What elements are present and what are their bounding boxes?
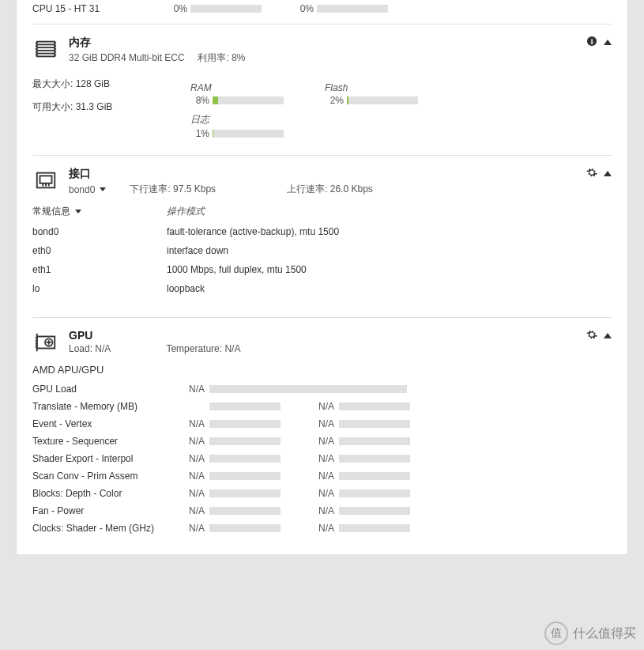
gpu-metric-bar xyxy=(209,455,281,463)
svg-rect-18 xyxy=(40,176,52,183)
gpu-metric-value: N/A xyxy=(183,470,209,482)
gear-icon[interactable] xyxy=(586,167,597,180)
flash-label: Flash xyxy=(325,82,459,93)
gpu-metric-value: N/A xyxy=(183,436,209,447)
gpu-row: Event - VertexN/AN/A xyxy=(32,415,612,433)
cpu-pct-right: 0% xyxy=(293,3,317,14)
iface-mode-header: 操作模式 xyxy=(167,205,205,218)
iface-mode: loopback xyxy=(167,283,205,294)
memory-icon xyxy=(32,36,59,62)
gpu-metric-bar xyxy=(339,437,410,445)
ethernet-icon xyxy=(32,167,59,194)
chevron-down-icon xyxy=(100,187,106,191)
gpu-metric-bar xyxy=(209,507,281,515)
chevron-down-icon xyxy=(75,210,81,214)
gpu-metric-bar xyxy=(209,489,281,497)
gpu-metric-label: Texture - Sequencer xyxy=(32,436,183,447)
gpu-metric-label: Clocks: Shader - Mem (GHz) xyxy=(32,523,183,534)
gpu-icon xyxy=(32,329,59,356)
memory-avail: 可用大小: 31.3 GiB xyxy=(32,96,190,119)
iface-mode: 1000 Mbps, full duplex, mtu 1500 xyxy=(167,264,307,275)
iface-general-dropdown[interactable]: 常规信息 xyxy=(32,205,167,218)
cpu-pct-left: 0% xyxy=(167,3,190,14)
gpu-metric-value: N/A xyxy=(312,418,339,429)
gpu-metric-label: Fan - Power xyxy=(32,505,183,516)
collapse-icon[interactable] xyxy=(604,333,612,338)
cpu-row: CPU 15 - HT 31 0% 0% xyxy=(32,0,612,24)
cpu-bar-right xyxy=(317,5,388,13)
iface-down-rate: 下行速率: 97.5 Kbps xyxy=(130,183,216,196)
log-pct: 1% xyxy=(190,128,213,139)
gpu-metric-value: N/A xyxy=(312,488,339,499)
info-icon[interactable]: i xyxy=(586,36,597,49)
iface-row: eth0interface down xyxy=(32,241,612,260)
gpu-metric-value: N/A xyxy=(183,418,209,429)
gpu-row: Scan Conv - Prim AssemN/AN/A xyxy=(32,467,612,485)
iface-select[interactable]: bond0 xyxy=(69,184,106,195)
gpu-metric-value: N/A xyxy=(183,488,209,499)
gpu-metric-bar xyxy=(339,472,410,480)
iface-name: eth1 xyxy=(32,264,167,275)
gpu-temp: Temperature: N/A xyxy=(166,343,240,354)
flash-pct: 2% xyxy=(325,95,347,106)
gpu-metric-value: N/A xyxy=(312,453,339,464)
log-bar xyxy=(213,130,284,138)
memory-title: 内存 xyxy=(69,36,245,50)
gpu-metric-value: N/A xyxy=(312,470,339,482)
iface-name: bond0 xyxy=(32,226,167,237)
gpu-metric-value: N/A xyxy=(183,523,209,534)
gpu-row: GPU LoadN/A xyxy=(32,380,612,398)
iface-name: eth0 xyxy=(32,245,167,256)
log-label: 日志 xyxy=(190,113,325,127)
gpu-row: Fan - PowerN/AN/A xyxy=(32,502,612,520)
gpu-metric-bar xyxy=(209,420,281,428)
iface-up-rate: 上行速率: 26.0 Kbps xyxy=(287,183,373,196)
gpu-metric-label: Scan Conv - Prim Assem xyxy=(32,470,183,482)
gpu-device: AMD APU/GPU xyxy=(32,364,612,380)
gpu-metric-label: Shader Export - Interpol xyxy=(32,453,183,464)
iface-name: lo xyxy=(32,283,167,294)
gpu-metric-bar xyxy=(209,437,281,445)
gpu-metric-value: N/A xyxy=(312,401,339,412)
iface-row: bond0fault-tolerance (active-backup), mt… xyxy=(32,222,612,241)
memory-spec: 32 GiB DDR4 Multi-bit ECC xyxy=(69,52,185,63)
flash-bar xyxy=(347,96,418,104)
gpu-metric-value: N/A xyxy=(312,523,339,534)
iface-row: eth11000 Mbps, full duplex, mtu 1500 xyxy=(32,260,612,279)
gpu-metric-value: N/A xyxy=(312,505,339,516)
memory-util: 利用率: 8% xyxy=(198,52,245,63)
memory-section: 内存 32 GiB DDR4 Multi-bit ECC 利用率: 8% i xyxy=(32,24,612,155)
gpu-metric-value: N/A xyxy=(183,453,209,464)
cpu-bar-left xyxy=(190,5,262,13)
collapse-icon[interactable] xyxy=(604,40,612,45)
iface-mode: fault-tolerance (active-backup), mtu 150… xyxy=(167,226,339,237)
gpu-metric-value: N/A xyxy=(183,505,209,516)
ram-bar xyxy=(213,96,284,104)
gear-icon[interactable] xyxy=(586,329,597,342)
gpu-metric-label: GPU Load xyxy=(32,384,183,395)
gpu-metric-value: N/A xyxy=(183,384,209,395)
gpu-row: Translate - Memory (MB)N/A xyxy=(32,398,612,415)
gpu-metric-bar xyxy=(339,489,410,497)
gpu-metric-bar xyxy=(339,455,410,463)
gpu-metric-bar xyxy=(339,507,410,515)
iface-mode: interface down xyxy=(167,245,228,256)
iface-title: 接口 xyxy=(69,167,373,181)
gpu-row: Blocks: Depth - ColorN/AN/A xyxy=(32,485,612,502)
gpu-row: Texture - SequencerN/AN/A xyxy=(32,433,612,450)
gpu-row: Shader Export - InterpolN/AN/A xyxy=(32,450,612,467)
svg-text:i: i xyxy=(591,37,593,46)
gpu-metric-bar xyxy=(339,524,410,532)
cpu-core-label: CPU 15 - HT 31 xyxy=(32,3,167,14)
gpu-metric-bar xyxy=(339,420,410,428)
memory-max: 最大大小: 128 GiB xyxy=(32,73,190,96)
gpu-metric-bar xyxy=(209,524,281,532)
interface-section: 接口 bond0 下行速率: 97.5 Kbps 上行速率: 26.0 Kbps xyxy=(32,155,612,317)
ram-pct: 8% xyxy=(190,95,213,106)
gpu-section: GPU Load: N/A Temperature: N/A AMD APU/G… xyxy=(32,317,612,554)
gpu-metric-bar xyxy=(339,402,410,410)
gpu-metric-label: Blocks: Depth - Color xyxy=(32,488,183,499)
gpu-load: Load: N/A xyxy=(69,343,111,354)
gpu-title: GPU xyxy=(69,329,240,342)
collapse-icon[interactable] xyxy=(604,171,612,176)
